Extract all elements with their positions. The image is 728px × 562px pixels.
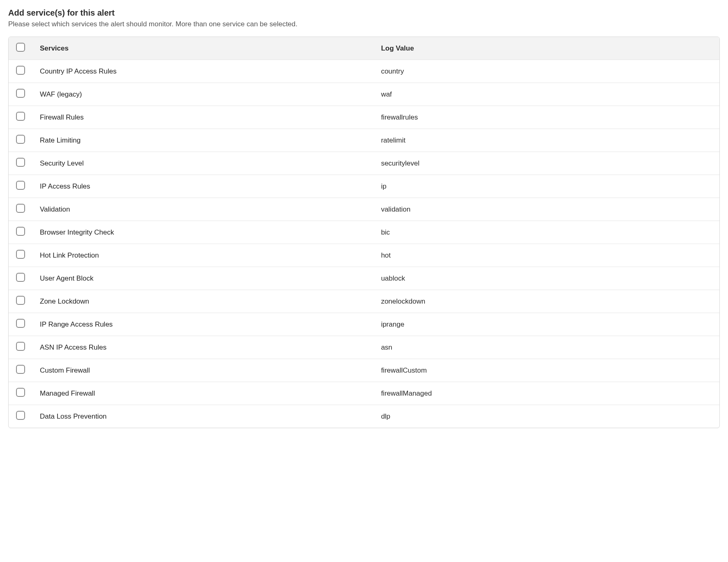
service-name-cell: WAF (legacy): [33, 83, 374, 106]
service-name-cell: IP Access Rules: [33, 175, 374, 198]
log-value-cell: asn: [374, 336, 719, 359]
log-value-cell: bic: [374, 221, 719, 244]
checkbox-cell: [9, 382, 33, 405]
log-value-cell: zonelockdown: [374, 290, 719, 313]
services-table: Services Log Value Country IP Access Rul…: [9, 37, 719, 428]
row-checkbox[interactable]: [16, 112, 25, 121]
service-name-cell: Hot Link Protection: [33, 244, 374, 267]
table-row: Data Loss Preventiondlp: [9, 405, 719, 428]
service-name-cell: Security Level: [33, 152, 374, 175]
log-value-cell: firewallManaged: [374, 382, 719, 405]
log-value-cell: country: [374, 60, 719, 83]
table-row: Firewall Rulesfirewallrules: [9, 106, 719, 129]
row-checkbox[interactable]: [16, 135, 25, 144]
service-name-cell: Custom Firewall: [33, 359, 374, 382]
log-value-cell: uablock: [374, 267, 719, 290]
service-name-cell: Country IP Access Rules: [33, 60, 374, 83]
log-value-cell: dlp: [374, 405, 719, 428]
column-header-services: Services: [33, 37, 374, 60]
service-name-cell: Zone Lockdown: [33, 290, 374, 313]
page-subtitle: Please select which services the alert s…: [8, 20, 720, 28]
service-name-cell: Browser Integrity Check: [33, 221, 374, 244]
services-table-container: Services Log Value Country IP Access Rul…: [8, 37, 720, 428]
row-checkbox[interactable]: [16, 89, 25, 98]
checkbox-cell: [9, 313, 33, 336]
log-value-cell: hot: [374, 244, 719, 267]
log-value-cell: ip: [374, 175, 719, 198]
service-name-cell: Rate Limiting: [33, 129, 374, 152]
log-value-cell: ratelimit: [374, 129, 719, 152]
checkbox-cell: [9, 267, 33, 290]
checkbox-cell: [9, 60, 33, 83]
row-checkbox[interactable]: [16, 250, 25, 259]
row-checkbox[interactable]: [16, 319, 25, 328]
table-row: Browser Integrity Checkbic: [9, 221, 719, 244]
service-name-cell: Validation: [33, 198, 374, 221]
table-row: Custom FirewallfirewallCustom: [9, 359, 719, 382]
row-checkbox[interactable]: [16, 273, 25, 282]
log-value-cell: iprange: [374, 313, 719, 336]
log-value-cell: firewallCustom: [374, 359, 719, 382]
checkbox-cell: [9, 129, 33, 152]
checkbox-cell: [9, 221, 33, 244]
table-row: Zone Lockdownzonelockdown: [9, 290, 719, 313]
checkbox-cell: [9, 175, 33, 198]
table-row: Rate Limitingratelimit: [9, 129, 719, 152]
service-name-cell: Data Loss Prevention: [33, 405, 374, 428]
service-name-cell: User Agent Block: [33, 267, 374, 290]
row-checkbox[interactable]: [16, 227, 25, 236]
table-header-row: Services Log Value: [9, 37, 719, 60]
row-checkbox[interactable]: [16, 342, 25, 351]
table-row: IP Access Rulesip: [9, 175, 719, 198]
checkbox-cell: [9, 290, 33, 313]
log-value-cell: waf: [374, 83, 719, 106]
row-checkbox[interactable]: [16, 411, 25, 420]
checkbox-cell: [9, 83, 33, 106]
checkbox-cell: [9, 405, 33, 428]
select-all-checkbox[interactable]: [16, 43, 25, 52]
log-value-cell: securitylevel: [374, 152, 719, 175]
service-name-cell: Firewall Rules: [33, 106, 374, 129]
checkbox-cell: [9, 244, 33, 267]
log-value-cell: validation: [374, 198, 719, 221]
checkbox-cell: [9, 106, 33, 129]
service-name-cell: IP Range Access Rules: [33, 313, 374, 336]
row-checkbox[interactable]: [16, 388, 25, 397]
table-row: Managed FirewallfirewallManaged: [9, 382, 719, 405]
checkbox-cell: [9, 336, 33, 359]
table-row: Security Levelsecuritylevel: [9, 152, 719, 175]
column-header-log-value: Log Value: [374, 37, 719, 60]
table-row: Validationvalidation: [9, 198, 719, 221]
select-all-header: [9, 37, 33, 60]
table-row: IP Range Access Rulesiprange: [9, 313, 719, 336]
row-checkbox[interactable]: [16, 365, 25, 374]
checkbox-cell: [9, 152, 33, 175]
checkbox-cell: [9, 198, 33, 221]
table-row: Country IP Access Rulescountry: [9, 60, 719, 83]
checkbox-cell: [9, 359, 33, 382]
table-row: ASN IP Access Rulesasn: [9, 336, 719, 359]
table-row: Hot Link Protectionhot: [9, 244, 719, 267]
log-value-cell: firewallrules: [374, 106, 719, 129]
row-checkbox[interactable]: [16, 66, 25, 75]
page-title: Add service(s) for this alert: [8, 8, 720, 18]
table-row: WAF (legacy)waf: [9, 83, 719, 106]
row-checkbox[interactable]: [16, 296, 25, 305]
row-checkbox[interactable]: [16, 181, 25, 190]
row-checkbox[interactable]: [16, 204, 25, 213]
service-name-cell: ASN IP Access Rules: [33, 336, 374, 359]
table-row: User Agent Blockuablock: [9, 267, 719, 290]
service-name-cell: Managed Firewall: [33, 382, 374, 405]
row-checkbox[interactable]: [16, 158, 25, 167]
